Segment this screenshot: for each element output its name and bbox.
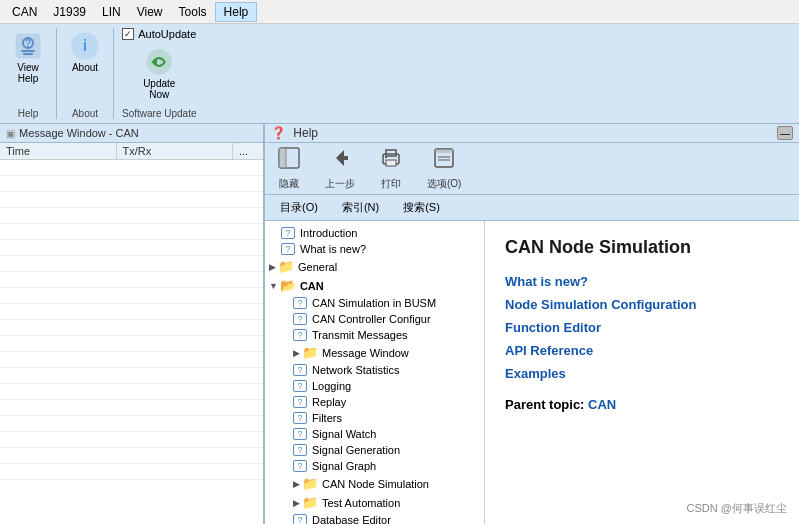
table-row (0, 400, 263, 416)
help-toolbar: 隐藏 上一步 (265, 143, 799, 195)
options-button[interactable]: 选项(O) (423, 144, 465, 193)
svg-rect-17 (385, 156, 387, 158)
table-row (0, 336, 263, 352)
toc-signal-watch[interactable]: ? Signal Watch (269, 426, 480, 442)
toc-can-simulation[interactable]: ? CAN Simulation in BUSM (269, 295, 480, 311)
print-button[interactable]: 打印 (375, 144, 407, 193)
help-title-label: Help (293, 126, 318, 140)
toc-introduction[interactable]: ? Introduction (269, 225, 480, 241)
toc-q-icon: ? (293, 297, 307, 309)
toc-can[interactable]: ▼ 📂 CAN (269, 276, 480, 295)
menu-help[interactable]: Help (215, 2, 258, 22)
toc-can-controller-label: CAN Controller Configur (312, 313, 431, 325)
table-row (0, 192, 263, 208)
toc-message-window[interactable]: ▶ 📁 Message Window (269, 343, 480, 362)
toc-can-label: CAN (300, 280, 324, 292)
expand-general-icon: ▶ (269, 262, 276, 272)
toc-general[interactable]: ▶ 📁 General (269, 257, 480, 276)
table-row (0, 320, 263, 336)
link-node-sim-config[interactable]: Node Simulation Configuration (505, 297, 779, 312)
toc-network-stats-label: Network Statistics (312, 364, 399, 376)
svg-point-7 (147, 50, 171, 74)
toc-signal-graph[interactable]: ? Signal Graph (269, 458, 480, 474)
toc-logging[interactable]: ? Logging (269, 378, 480, 394)
table-row (0, 160, 263, 176)
table-row (0, 368, 263, 384)
watermark: CSDN @何事误红尘 (687, 501, 787, 516)
folder-general-icon: 📁 (278, 259, 294, 274)
tab-search[interactable]: 搜索(S) (392, 197, 451, 218)
print-label: 打印 (381, 177, 401, 191)
toc-panel[interactable]: ? Introduction ? What is new? ▶ 📁 Genera… (265, 221, 485, 524)
help-minimize-button[interactable]: — (777, 126, 793, 140)
toc-replay-label: Replay (312, 396, 346, 408)
menu-lin[interactable]: LIN (94, 3, 129, 21)
options-label: 选项(O) (427, 177, 461, 191)
link-api-reference[interactable]: API Reference (505, 343, 779, 358)
message-window-icon: ▣ (6, 128, 15, 139)
help-content-title: CAN Node Simulation (505, 237, 779, 258)
toc-q-icon: ? (293, 396, 307, 408)
toc-signal-watch-label: Signal Watch (312, 428, 376, 440)
table-row (0, 448, 263, 464)
ribbon-group-update: ✓ AutoUpdate UpdateNow Software Update (122, 28, 205, 119)
toc-filters[interactable]: ? Filters (269, 410, 480, 426)
toc-network-stats[interactable]: ? Network Statistics (269, 362, 480, 378)
menu-can[interactable]: CAN (4, 3, 45, 21)
toc-q-icon: ? (281, 227, 295, 239)
menu-view[interactable]: View (129, 3, 171, 21)
menu-tools[interactable]: Tools (171, 3, 215, 21)
tab-contents[interactable]: 目录(O) (269, 197, 329, 218)
ribbon-group-help-label: Help (18, 108, 39, 119)
table-row (0, 224, 263, 240)
toc-q-icon: ? (293, 313, 307, 325)
link-function-editor[interactable]: Function Editor (505, 320, 779, 335)
toc-can-node-sim-label: CAN Node Simulation (322, 478, 429, 490)
toc-transmit-messages[interactable]: ? Transmit Messages (269, 327, 480, 343)
svg-text:?: ? (25, 38, 31, 49)
toc-test-automation-label: Test Automation (322, 497, 400, 509)
toc-can-node-sim[interactable]: ▶ 📁 CAN Node Simulation (269, 474, 480, 493)
hide-button[interactable]: 隐藏 (273, 144, 305, 193)
about-icon: i (69, 30, 101, 62)
folder-can-icon: 📂 (280, 278, 296, 293)
menu-j1939[interactable]: J1939 (45, 3, 94, 21)
table-row (0, 384, 263, 400)
back-button[interactable]: 上一步 (321, 144, 359, 193)
toc-whatsnew-label: What is new? (300, 243, 366, 255)
toc-test-automation[interactable]: ▶ 📁 Test Automation (269, 493, 480, 512)
hide-label: 隐藏 (279, 177, 299, 191)
toc-signal-generation[interactable]: ? Signal Generation (269, 442, 480, 458)
parent-topic-link[interactable]: CAN (588, 397, 616, 412)
toc-replay[interactable]: ? Replay (269, 394, 480, 410)
link-examples[interactable]: Examples (505, 366, 779, 381)
update-now-label: UpdateNow (143, 78, 175, 100)
message-window-panel: ▣ Message Window - CAN Time Tx/Rx ... (0, 124, 265, 524)
about-button[interactable]: i About (65, 28, 105, 75)
tab-index[interactable]: 索引(N) (331, 197, 390, 218)
toc-can-controller[interactable]: ? CAN Controller Configur (269, 311, 480, 327)
autoupdate-checkbox[interactable]: ✓ (122, 28, 134, 40)
link-whatsnew[interactable]: What is new? (505, 274, 779, 289)
table-row (0, 176, 263, 192)
ribbon-group-update-label: Software Update (122, 108, 197, 119)
about-label: About (72, 62, 98, 73)
toc-whatsnew[interactable]: ? What is new? (269, 241, 480, 257)
table-row (0, 208, 263, 224)
folder-testauto-icon: 📁 (302, 495, 318, 510)
toc-database-editor[interactable]: ? Database Editor (269, 512, 480, 524)
svg-rect-19 (435, 149, 453, 153)
toc-filters-label: Filters (312, 412, 342, 424)
toc-q-icon: ? (293, 460, 307, 472)
hide-icon (277, 146, 301, 175)
toc-can-simulation-label: CAN Simulation in BUSM (312, 297, 436, 309)
col-txrx: Tx/Rx (117, 143, 234, 159)
update-now-button[interactable]: UpdateNow (139, 44, 179, 102)
table-row (0, 288, 263, 304)
view-help-button[interactable]: ? ViewHelp (8, 28, 48, 86)
toc-signal-graph-label: Signal Graph (312, 460, 376, 472)
table-row (0, 352, 263, 368)
ribbon-group-about-label: About (72, 108, 98, 119)
toc-signal-generation-label: Signal Generation (312, 444, 400, 456)
help-icon-small: ❓ (271, 126, 286, 140)
